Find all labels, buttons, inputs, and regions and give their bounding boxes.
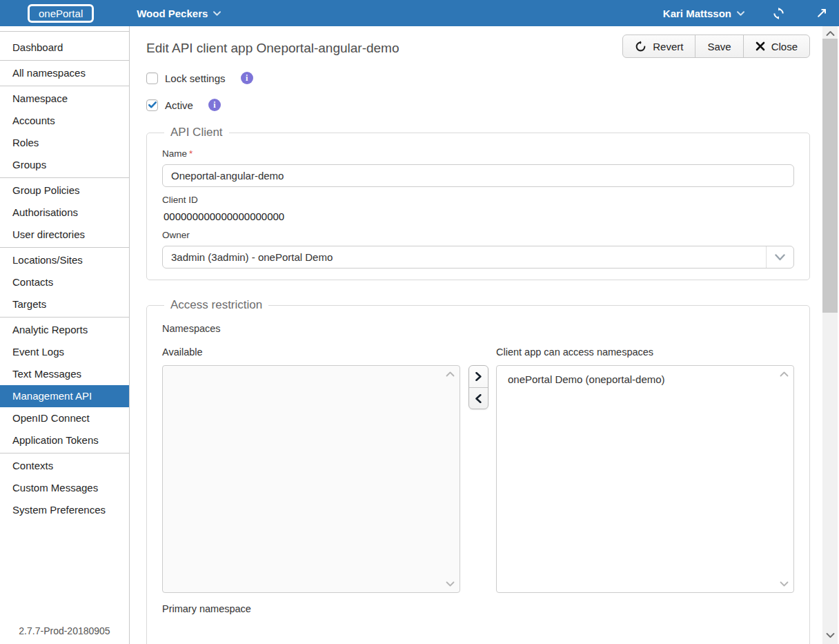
sidebar-item-openid-connect[interactable]: OpenID Connect (0, 407, 129, 429)
scrollbar-down-icon[interactable] (822, 632, 838, 638)
header-row: Edit API client app Oneportal-angular-de… (146, 35, 810, 58)
revert-button[interactable]: Revert (622, 35, 695, 58)
save-button-label: Save (707, 41, 731, 52)
name-label-text: Name (162, 148, 187, 159)
refresh-icon[interactable] (772, 7, 785, 20)
sidebar-divider (0, 317, 129, 318)
move-right-button[interactable] (469, 366, 488, 387)
active-row: Active i (146, 99, 810, 111)
available-column: Available (162, 340, 460, 593)
org-menu-label: Wood Peckers (137, 8, 208, 19)
sidebar-item-user-directories[interactable]: User directories (0, 224, 129, 246)
topbar-right: Kari Mattsson (663, 7, 828, 20)
sidebar-item-system-preferences[interactable]: System Preferences (0, 499, 129, 521)
sidebar-item-all-namespaces[interactable]: All namespaces (0, 62, 129, 84)
namespaces-label: Namespaces (162, 323, 794, 334)
vertical-scrollbar[interactable] (822, 26, 838, 644)
user-menu-label: Kari Mattsson (663, 8, 731, 19)
app-logo[interactable]: onePortal (28, 4, 94, 23)
sidebar-item-contacts[interactable]: Contacts (0, 271, 129, 293)
main-panel: Edit API client app Oneportal-angular-de… (130, 26, 839, 644)
close-icon (756, 41, 765, 51)
access-restriction-legend: Access restriction (164, 298, 268, 312)
assigned-listbox[interactable]: onePortal Demo (oneportal-demo) (496, 365, 794, 593)
scrollbar-up-icon[interactable] (822, 30, 838, 37)
sidebar-item-application-tokens[interactable]: Application Tokens (0, 429, 129, 451)
owner-select-value: 3admin (3admin) - onePortal Demo (163, 246, 766, 268)
close-button[interactable]: Close (743, 35, 810, 58)
sidebar-item-analytic-reports[interactable]: Analytic Reports (0, 319, 129, 341)
scrollbar-thumb[interactable] (822, 39, 838, 313)
sidebar-nav: Dashboard All namespaces Namespace Accou… (0, 31, 129, 521)
api-client-legend: API Client (164, 126, 229, 139)
sidebar-divider (0, 60, 129, 61)
assigned-column: Client app can access namespaces onePort… (496, 340, 794, 593)
available-label: Available (162, 347, 460, 358)
chevron-down-icon[interactable] (766, 246, 793, 268)
name-input[interactable] (162, 164, 794, 187)
sidebar-divider (0, 86, 129, 86)
transfer-button-group (468, 365, 488, 409)
sidebar-item-locations-sites[interactable]: Locations/Sites (0, 249, 129, 271)
sidebar-divider (0, 177, 129, 178)
active-checkbox[interactable] (146, 99, 158, 111)
layout: Dashboard All namespaces Namespace Accou… (0, 26, 839, 644)
save-button[interactable]: Save (695, 35, 743, 58)
sidebar-item-contexts[interactable]: Contexts (0, 455, 129, 477)
sidebar-item-group-policies[interactable]: Group Policies (0, 179, 129, 202)
sidebar-divider (0, 247, 129, 248)
required-marker: * (189, 148, 193, 159)
sidebar-item-authorisations[interactable]: Authorisations (0, 202, 129, 224)
client-id-label: Client ID (162, 195, 794, 205)
owner-select[interactable]: 3admin (3admin) - onePortal Demo (162, 246, 794, 269)
lock-settings-checkbox[interactable] (146, 72, 158, 84)
sidebar-item-management-api[interactable]: Management API (0, 385, 129, 407)
sidebar-item-groups[interactable]: Groups (0, 154, 129, 176)
api-client-fieldset: API Client Name* Client ID 0000000000000… (146, 126, 810, 280)
info-icon[interactable]: i (241, 72, 253, 84)
transfer-buttons (460, 340, 496, 593)
sidebar: Dashboard All namespaces Namespace Accou… (0, 26, 130, 644)
chevron-right-icon (475, 372, 482, 381)
main-content: Edit API client app Oneportal-angular-de… (130, 26, 821, 644)
check-icon (148, 101, 157, 108)
app-version: 2.7.7-Prod-20180905 (0, 625, 129, 644)
scroll-down-icon[interactable] (780, 581, 789, 587)
sidebar-item-namespace[interactable]: Namespace (0, 88, 129, 110)
lock-settings-label: Lock settings (165, 72, 226, 84)
chevron-down-icon (737, 11, 744, 16)
sidebar-divider (0, 453, 129, 453)
diagonal-expand-icon[interactable] (816, 7, 828, 19)
info-icon[interactable]: i (208, 99, 221, 111)
scroll-down-icon[interactable] (446, 581, 455, 587)
scroll-up-icon[interactable] (446, 371, 455, 377)
page-title: Edit API client app Oneportal-angular-de… (146, 41, 399, 56)
sidebar-item-accounts[interactable]: Accounts (0, 110, 129, 132)
close-button-label: Close (771, 41, 798, 52)
sidebar-item-text-messages[interactable]: Text Messages (0, 363, 129, 385)
sidebar-item-roles[interactable]: Roles (0, 132, 129, 154)
scroll-up-icon[interactable] (780, 371, 789, 377)
list-item[interactable]: onePortal Demo (oneportal-demo) (497, 366, 793, 393)
revert-button-label: Revert (653, 41, 683, 52)
sidebar-item-custom-messages[interactable]: Custom Messages (0, 477, 129, 499)
topbar: onePortal Wood Peckers Kari Mattsson (0, 0, 839, 26)
sidebar-item-targets[interactable]: Targets (0, 293, 129, 315)
client-id-value: 000000000000000000000 (164, 211, 794, 222)
sidebar-item-event-logs[interactable]: Event Logs (0, 341, 129, 363)
action-button-group: Revert Save Close (622, 35, 810, 58)
active-label: Active (165, 99, 193, 111)
lock-settings-row: Lock settings i (146, 72, 810, 84)
primary-namespace-label: Primary namespace (162, 603, 794, 614)
available-listbox[interactable] (162, 365, 460, 593)
name-label: Name* (162, 148, 794, 159)
chevron-left-icon (475, 394, 482, 403)
user-menu[interactable]: Kari Mattsson (663, 8, 744, 19)
org-menu[interactable]: Wood Peckers (137, 8, 221, 19)
sidebar-item-dashboard[interactable]: Dashboard (0, 37, 129, 59)
revert-icon (635, 41, 646, 52)
move-left-button[interactable] (469, 387, 488, 409)
assigned-label: Client app can access namespaces (496, 347, 794, 358)
namespace-picklist: Available (162, 340, 794, 593)
app-logo-text: onePortal (39, 8, 83, 19)
